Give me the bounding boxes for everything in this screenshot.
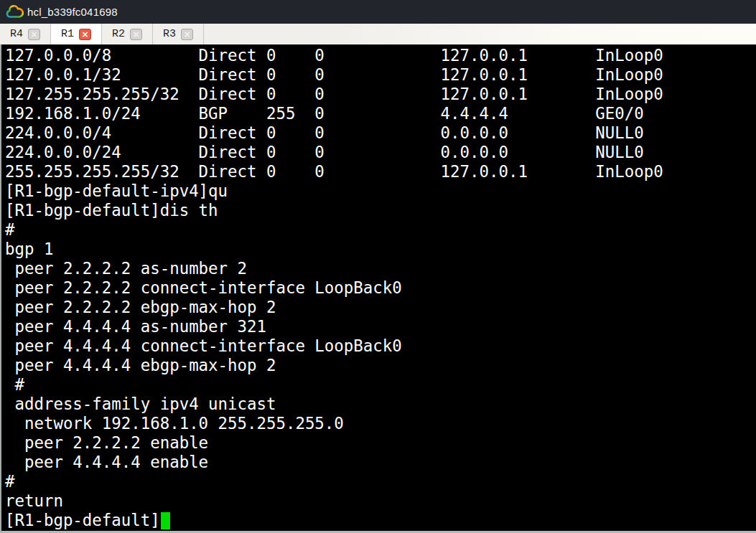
close-icon: × [132, 29, 139, 38]
terminal-line: 127.0.0.0/8 Direct 0 0 127.0.0.1 InLoop0 [5, 46, 756, 65]
terminal-line: 127.255.255.255/32 Direct 0 0 127.0.0.1 … [5, 85, 756, 104]
tab-r1[interactable]: R1 × [51, 24, 102, 44]
titlebar: hcl_b339fc041698 [0, 0, 756, 24]
terminal-line: peer 2.2.2.2 ebgp-max-hop 2 [5, 298, 756, 317]
tab-close-button[interactable]: × [79, 29, 91, 40]
terminal-line: 192.168.1.0/24 BGP 255 0 4.4.4.4 GE0/0 [5, 104, 756, 123]
terminal-line: # [5, 375, 756, 395]
terminal-line: peer 4.4.4.4 connect-interface LoopBack0 [5, 336, 756, 356]
terminal-output: 127.0.0.0/8 Direct 0 0 127.0.0.1 InLoop0… [5, 46, 756, 511]
terminal-line: # [5, 472, 756, 491]
close-icon: × [81, 29, 88, 38]
terminal-line: peer 2.2.2.2 enable [5, 433, 756, 453]
terminal-line: peer 4.4.4.4 as-number 321 [5, 317, 756, 336]
tabbar: R4 × R1 × R2 × R3 × [0, 24, 756, 44]
terminal-line: 255.255.255.255/32 Direct 0 0 127.0.0.1 … [5, 162, 756, 181]
tab-r2[interactable]: R2 × [102, 24, 153, 44]
hcl-cloud-logo-icon [5, 5, 24, 19]
tab-close-button[interactable]: × [181, 29, 193, 40]
hcl-console-window: hcl_b339fc041698 R4 × R1 × R2 × R3 × 127… [0, 0, 756, 533]
tab-close-button[interactable]: × [28, 29, 40, 40]
close-icon: × [183, 29, 190, 38]
terminal-line: 224.0.0.0/4 Direct 0 0 0.0.0.0 NULL0 [5, 123, 756, 143]
terminal-prompt: [R1-bgp-default] [5, 511, 160, 530]
terminal-line: return [5, 491, 756, 511]
tab-close-button[interactable]: × [130, 29, 142, 40]
tab-r4[interactable]: R4 × [0, 24, 51, 44]
terminal-prompt-line: [R1-bgp-default] [5, 511, 756, 530]
tab-label: R1 [61, 28, 74, 40]
terminal-line: bgp 1 [5, 240, 756, 259]
terminal-cursor [161, 512, 170, 529]
terminal-console[interactable]: 127.0.0.0/8 Direct 0 0 127.0.0.1 InLoop0… [0, 44, 756, 533]
terminal-line: [R1-bgp-default]dis th [5, 201, 756, 220]
tab-label: R4 [10, 28, 23, 40]
window-title: hcl_b339fc041698 [27, 6, 118, 18]
terminal-line: 127.0.0.1/32 Direct 0 0 127.0.0.1 InLoop… [5, 65, 756, 85]
terminal-line: peer 4.4.4.4 ebgp-max-hop 2 [5, 356, 756, 375]
close-icon: × [30, 29, 37, 38]
tab-label: R2 [112, 28, 125, 40]
terminal-line: # [5, 220, 756, 240]
terminal-line: address-family ipv4 unicast [5, 395, 756, 414]
terminal-line: network 192.168.1.0 255.255.255.0 [5, 414, 756, 433]
terminal-line: peer 2.2.2.2 connect-interface LoopBack0 [5, 278, 756, 298]
tab-r3[interactable]: R3 × [153, 24, 204, 44]
terminal-line: [R1-bgp-default-ipv4]qu [5, 181, 756, 201]
terminal-line: 224.0.0.0/24 Direct 0 0 0.0.0.0 NULL0 [5, 143, 756, 162]
terminal-line: peer 2.2.2.2 as-number 2 [5, 259, 756, 278]
terminal-line: peer 4.4.4.4 enable [5, 453, 756, 472]
tab-label: R3 [163, 28, 176, 40]
